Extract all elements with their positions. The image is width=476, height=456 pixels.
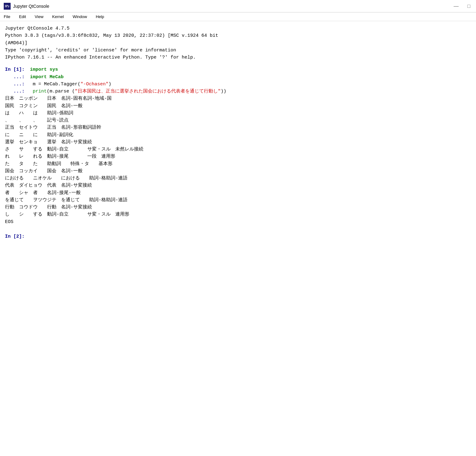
banner-line3: (AMD64)]	[5, 40, 471, 47]
cell1-line4: ...: print(m.parse ("日本国民は、正当に選挙された国会におけ…	[5, 88, 471, 95]
cell1-prompt-cont2: ...:	[5, 81, 30, 88]
output-line-8: さ サ する 動詞-自立 サ変・スル 未然レル接続	[5, 146, 471, 153]
cell-1: In [1]: import sys ...: import MeCab ...…	[5, 66, 471, 226]
output-line-16: 行動 コウドウ 行動 名詞-サ変接続	[5, 204, 471, 211]
output-line-11: 国会 コッカイ 国会 名詞-一般	[5, 168, 471, 175]
menu-edit[interactable]: Edit	[18, 14, 27, 20]
output-line-5: 正当 セイトウ 正当 名詞-形容動詞語幹	[5, 124, 471, 131]
banner-line1: Jupyter QtConsole 4.7.5	[5, 25, 471, 32]
cell2-prompt-in: In [2]:	[5, 233, 30, 240]
titlebar: IPy Jupyter QtConsole — □	[0, 0, 476, 12]
cell1-code1: import sys	[30, 66, 471, 73]
cell2-input[interactable]	[30, 233, 471, 240]
output-line-9: れ レ れる 動詞-接尾 一段 連用形	[5, 153, 471, 160]
menu-kernel[interactable]: Kernel	[51, 14, 65, 20]
banner-line4: Type 'copyright', 'credits' or 'license'…	[5, 47, 471, 54]
app-icon: IPy	[4, 3, 11, 10]
menu-help[interactable]: Help	[94, 14, 105, 20]
cell1-code2: import MeCab	[30, 74, 471, 81]
maximize-button[interactable]: □	[465, 3, 472, 10]
output-line-12: における ニオケル における 助詞-格助詞-連語	[5, 175, 471, 182]
titlebar-left: IPy Jupyter QtConsole	[4, 3, 49, 10]
cell-2: In [2]:	[5, 233, 471, 240]
output-line-1: 日本 ニッポン 日本 名詞-固有名詞-地域-国	[5, 95, 471, 102]
output-line-10: た タ た 助動詞 特殊・タ 基本形	[5, 160, 471, 168]
menubar: File Edit View Kernel Window Help	[0, 12, 476, 21]
cell1-line2: ...: import MeCab	[5, 74, 471, 81]
output-line-13: 代表 ダイヒョウ 代表 名詞-サ変接続	[5, 182, 471, 189]
cell2-line1: In [2]:	[5, 233, 471, 240]
titlebar-title: Jupyter QtConsole	[13, 4, 49, 9]
menu-view[interactable]: View	[33, 14, 45, 20]
cell1-prompt-cont3: ...:	[5, 88, 30, 95]
output-line-eos: EOS	[5, 218, 471, 226]
output-line-17: し シ する 動詞-自立 サ変・スル 連用形	[5, 211, 471, 218]
app-icon-label: IPy	[5, 4, 10, 8]
console-area: Jupyter QtConsole 4.7.5 Python 3.8.3 (ta…	[0, 21, 476, 244]
output-line-14: 者 シャ 者 名詞-接尾-一般	[5, 189, 471, 197]
output-line-4: 、 、 、 記号-読点	[5, 117, 471, 124]
cell1-code3: m = MeCab.Tagger("-Ochasen")	[30, 81, 471, 88]
banner-line2: Python 3.8.3 (tags/v3.8.3:6f8c832, May 1…	[5, 32, 471, 39]
output-line-6: に ニ に 助詞-副詞化	[5, 131, 471, 139]
output-line-7: 選挙 センキョ 選挙 名詞-サ変接続	[5, 139, 471, 146]
banner-line5: IPython 7.16.1 -- An enhanced Interactiv…	[5, 54, 471, 61]
menu-file[interactable]: File	[2, 14, 12, 20]
cell1-line3: ...: m = MeCab.Tagger("-Ochasen")	[5, 81, 471, 88]
output-line-15: を通じて ヲツウジテ を通じて 助詞-格助詞-連語	[5, 197, 471, 204]
menu-window[interactable]: Window	[71, 14, 88, 20]
minimize-button[interactable]: —	[452, 3, 460, 10]
cell1-line1: In [1]: import sys	[5, 66, 471, 73]
cell1-prompt-cont1: ...:	[5, 74, 30, 81]
cell1-prompt-in: In [1]:	[5, 66, 30, 73]
cell1-code4: print(m.parse ("日本国民は、正当に選挙された国会における代表者を…	[30, 88, 471, 95]
titlebar-controls: — □	[452, 3, 472, 10]
output-line-2: 国民 コクミン 国民 名詞-一般	[5, 102, 471, 110]
output-line-3: は ハ は 助詞-係助詞	[5, 110, 471, 117]
